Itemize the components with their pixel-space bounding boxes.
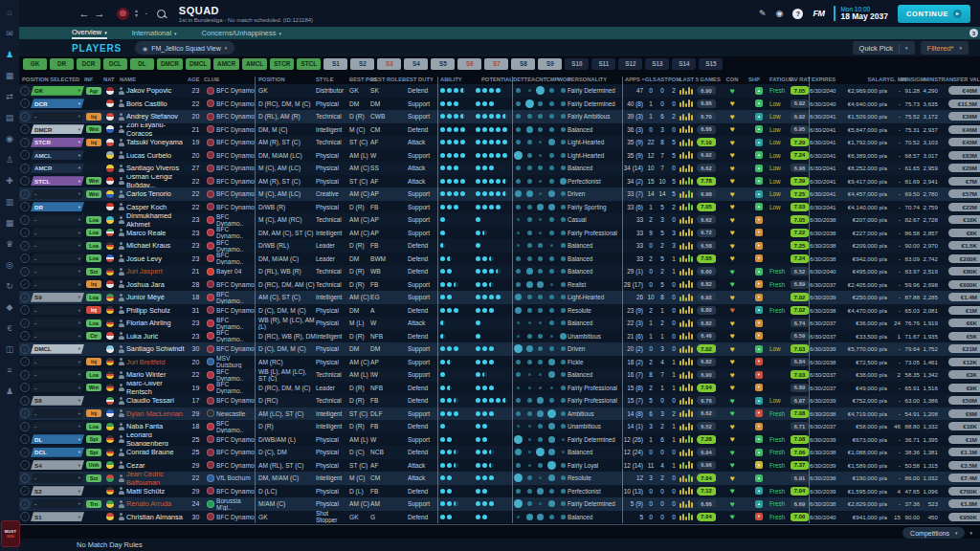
player-row[interactable]: ✓ S9▾ Loa Junior Méyé 18 BFC Dynamo.. AM… (19, 291, 980, 304)
pos-filter-s4[interactable]: S4 (404, 58, 428, 70)
select-player-checkbox[interactable]: ✓ (19, 123, 31, 137)
pos-filter-s12[interactable]: S12 (618, 58, 642, 70)
pos-filter-s2[interactable]: S2 (350, 58, 374, 70)
player-name[interactable]: Tatsuki Yoneyama (126, 136, 188, 149)
player-row[interactable]: ✓ -▾ Loa Marco Reale 23 BFC Dynamo.. DM,… (19, 227, 980, 240)
header-name[interactable]: NAME (116, 77, 188, 84)
player-row[interactable]: ✓ AMCL▾ Lucas Curbelo 20 BFC Dynamo DM, … (19, 149, 980, 163)
player-name[interactable]: Marc-Oliver Rentsch (126, 382, 188, 395)
header-nat[interactable]: NAT (103, 77, 116, 84)
pos-filter-s15[interactable]: S15 (699, 58, 723, 70)
player-name[interactable]: Carlos Tenorio (126, 187, 188, 201)
select-player-checkbox[interactable]: ✓ (19, 239, 31, 253)
quick-pick-button[interactable]: Quick Pick ▾ (853, 41, 915, 55)
pos-filter-s10[interactable]: S10 (565, 58, 589, 70)
stadium-icon[interactable]: ◫ (3, 342, 16, 357)
player-row[interactable]: ✓ DCL▾ Spt Conrad Braune 25 BFC Dynamo D… (19, 446, 980, 459)
club-vision-icon[interactable]: ◆ (3, 300, 16, 315)
header-ability[interactable]: ABILITY (437, 77, 474, 84)
player-row[interactable]: ✓ GK▾ Agr Jakov Popovic 23 BFC Dynamo GK… (19, 84, 980, 98)
select-player-checkbox[interactable]: ✓ (19, 278, 31, 292)
position-selector[interactable]: AMCR▾ (31, 162, 84, 175)
player-row[interactable]: ✓ -▾ Ctr Luka Jurić 23 BFC Dynamo.. D (R… (19, 330, 980, 343)
header-last5[interactable]: LAST 5 GAMES (679, 77, 716, 84)
table-scrollbar[interactable] (19, 524, 980, 525)
select-player-checkbox[interactable]: ✓ (19, 304, 31, 318)
club-info-icon[interactable]: ▥ (3, 195, 16, 209)
player-name[interactable]: Conrad Braune (126, 446, 188, 459)
edit-pencil-icon[interactable]: ✎ (759, 9, 767, 18)
player-name[interactable]: Claudio Tessari (126, 394, 188, 408)
select-player-checkbox[interactable]: ✓ (19, 227, 31, 240)
header-personality[interactable]: PERSONALITY (568, 77, 622, 84)
pos-filter-s11[interactable]: S11 (591, 58, 615, 70)
tactics-icon[interactable]: ▦ (3, 69, 16, 83)
select-player-checkbox[interactable]: ✓ (19, 187, 31, 201)
player-row[interactable]: ✓ STCL▾ Wnt Osman Cengiz Buğday... 22 BF… (19, 175, 980, 188)
finances-icon[interactable]: € (3, 321, 16, 336)
player-row[interactable]: ✓ -▾ Inj Dylan MacLennan 29 Newcastle AM… (19, 408, 980, 421)
position-selector[interactable]: -▾ (31, 265, 84, 278)
select-player-checkbox[interactable]: ✓ (19, 162, 31, 175)
player-name[interactable]: Lucas Curbelo (126, 149, 188, 163)
select-player-checkbox[interactable]: ✓ (19, 291, 31, 304)
position-selector[interactable]: -▾ (31, 239, 84, 253)
position-selector[interactable]: -▾ (31, 420, 84, 433)
select-player-checkbox[interactable]: ✓ (19, 201, 31, 214)
player-row[interactable]: ✓ AMCR▾ Santiago Viveros 27 BFC Dynamo M… (19, 162, 980, 175)
player-name[interactable]: Mario Winter (126, 368, 188, 382)
player-name[interactable]: Santiago Viveros (126, 162, 188, 175)
header-gmis[interactable]: G. MIS (890, 77, 901, 84)
select-player-checkbox[interactable]: ✓ (19, 317, 31, 330)
select-player-checkbox[interactable]: ✓ (19, 149, 31, 163)
tab-international[interactable]: International▾ (132, 27, 177, 39)
header-ast[interactable]: AST (657, 77, 668, 84)
pos-filter-s13[interactable]: S13 (645, 58, 669, 70)
pos-filter-dcl[interactable]: DCL (103, 58, 127, 70)
player-row[interactable]: ✓ -▾ Wnt Marc-Oliver Rentsch 19 BFC Dyna… (19, 382, 980, 395)
back-arrow-icon[interactable]: ← (77, 8, 92, 19)
scouting-icon[interactable]: ◎ (3, 258, 16, 273)
header-avrat[interactable]: AV RAT (791, 77, 809, 84)
player-name[interactable]: Jakov Popovic (126, 84, 188, 98)
select-player-checkbox[interactable]: ✓ (19, 356, 31, 369)
competitions-icon[interactable]: ♛ (3, 237, 16, 252)
position-selector[interactable]: DCR▾ (31, 98, 84, 111)
squad-depth-icon[interactable]: ▤ (3, 111, 16, 125)
position-selector[interactable]: -▾ (31, 304, 84, 318)
player-row[interactable]: ✓ -▾ Inj Joshua Jara 28 BFC Dynamo D (RC… (19, 278, 980, 292)
forward-arrow-icon[interactable]: → (92, 8, 107, 19)
header-best-pos[interactable]: BEST POS (349, 77, 370, 84)
pos-filter-s3[interactable]: S3 (377, 58, 401, 70)
select-player-checkbox[interactable]: ✓ (19, 213, 31, 227)
header-cmp[interactable]: CMP (546, 77, 558, 82)
position-selector[interactable]: GK▾ (31, 84, 84, 98)
select-player-checkbox[interactable]: ✓ (19, 394, 31, 408)
player-row[interactable]: ✓ S1▾ Christian Almansa 30 BFC Dynamo GK… (19, 511, 980, 524)
player-row[interactable]: ✓ DMCL▾ Santiago Schwindt 30 BFC Dynamo … (19, 342, 980, 356)
stop-icon[interactable]: ▪ (145, 11, 147, 16)
squad-view-selector[interactable]: ◉ FM_Jellico Squad View ▾ (135, 41, 234, 55)
player-name[interactable]: Boris Castillo (126, 98, 188, 111)
position-selector[interactable]: -▾ (31, 187, 84, 201)
player-name[interactable]: Casper Koch (126, 201, 188, 214)
pos-filter-dcr[interactable]: DCR (77, 58, 100, 70)
help-icon[interactable]: ? (792, 9, 803, 19)
select-player-checkbox[interactable]: ✓ (19, 459, 31, 473)
position-selector[interactable]: S9▾ (31, 291, 84, 304)
select-player-checkbox[interactable]: ✓ (19, 408, 31, 421)
pos-filter-dmcl[interactable]: DMCL (186, 58, 211, 70)
history-icon[interactable]: ↻ (3, 279, 16, 294)
player-row[interactable]: ✓ -▾ Inj Philipp Schulz 31 BFC Dynamo D … (19, 304, 980, 318)
currency-icon[interactable]: ◉ (776, 9, 784, 18)
player-row[interactable]: ✓ -▾ Inj Andrey Stefanov 20 BFC Dynamo D… (19, 110, 980, 123)
pos-filter-dl[interactable]: DL (130, 58, 154, 70)
position-selector[interactable]: -▾ (31, 472, 84, 485)
position-selector[interactable]: -▾ (31, 227, 84, 240)
tab-concerns[interactable]: Concerns/Unhappiness▾ (202, 27, 281, 39)
position-selector[interactable]: DMCL▾ (31, 342, 84, 356)
header-style[interactable]: STYLE (316, 77, 349, 84)
position-selector[interactable]: -▾ (31, 110, 84, 123)
player-name[interactable]: Junior Méyé (126, 291, 188, 304)
player-row[interactable]: ✓ S2▾ Matti Schütz 29 BFC Dynamo D (LC) … (19, 485, 980, 498)
